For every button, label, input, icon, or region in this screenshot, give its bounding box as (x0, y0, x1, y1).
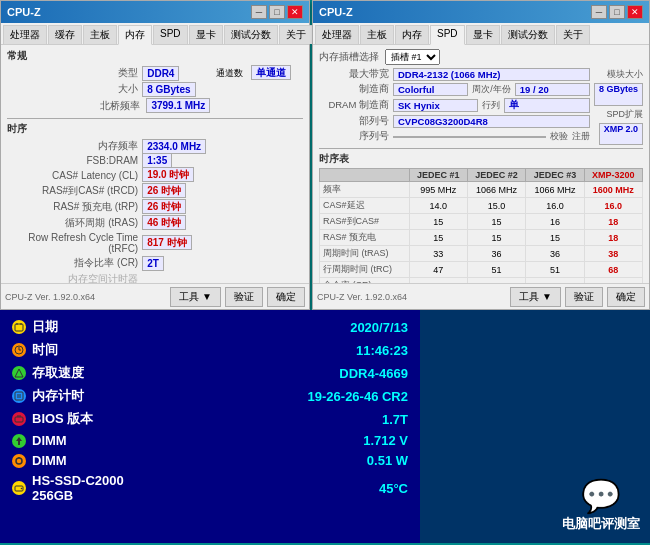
content-right: 内存插槽选择 插槽 #1 最大带宽 DDR4-2132 (1066 MHz) 制… (313, 45, 649, 283)
date-label: 日期 (32, 318, 132, 336)
freq-row: 频率 995 MHz 1066 MHz 1066 MHz 1600 MHz (320, 182, 643, 198)
svg-point-13 (16, 458, 22, 464)
tab-spd-left[interactable]: SPD (153, 25, 188, 44)
dimm-v-icon (12, 434, 26, 448)
speed-label: 存取速度 (32, 364, 132, 382)
section-general: 常规 (7, 49, 303, 63)
type-value: DDR4 (142, 66, 179, 81)
maximize-btn-left[interactable]: □ (269, 5, 285, 19)
bios-value: 1.7T (138, 412, 408, 427)
mfr-value: Colorful (393, 83, 468, 96)
dimm-v-label: DIMM (32, 433, 132, 448)
timing-value: 19-26-26-46 CR2 (138, 389, 408, 404)
trcd-value: 26 时钟 (142, 183, 186, 198)
section-timings: 时序 (7, 122, 303, 136)
tab-processor-left[interactable]: 处理器 (3, 25, 47, 44)
ssd-temp-value: 45°C (138, 481, 408, 496)
serial-value (393, 136, 546, 138)
date-row: 日期 2020/7/13 (12, 318, 408, 336)
tab-processor-right[interactable]: 处理器 (315, 25, 359, 44)
cas-row: CAS#延迟 14.0 15.0 16.0 16.0 (320, 198, 643, 214)
ssd-label: HS-SSD-C2000 256GB (32, 473, 132, 503)
ok-btn-right[interactable]: 确定 (607, 287, 645, 307)
tab-cache-left[interactable]: 缓存 (48, 25, 82, 44)
tools-btn-left[interactable]: 工具 ▼ (170, 287, 221, 307)
dimm-power-row: DIMM 0.51 W (12, 453, 408, 468)
cl-value: 19.0 时钟 (142, 167, 194, 182)
cpuz-window-right: CPU-Z ─ □ ✕ 处理器 主板 内存 SPD 显卡 测试分数 关于 内存插… (312, 0, 650, 310)
spd-part-row: 部列号 CVPC08G3200D4R8 (319, 115, 590, 128)
max-bw-value: DDR4-2132 (1066 MHz) (393, 68, 590, 81)
general-table-left: 类型 DDR4 通道数 单通道 大小 8 GBytes 北桥频率 3799.1 … (7, 65, 303, 115)
tools-btn-right[interactable]: 工具 ▼ (510, 287, 561, 307)
info-panel: 日期 2020/7/13 时间 11:46:23 存取速度 DDR4-4669 … (0, 310, 420, 543)
footer-right: CPU-Z Ver. 1.92.0.x64 工具 ▼ 验证 确定 (313, 283, 649, 309)
window-title-right: CPU-Z (319, 6, 353, 18)
rows-value: 单 (504, 98, 589, 113)
tab-score-right[interactable]: 测试分数 (501, 25, 555, 44)
dimm-p-label: DIMM (32, 453, 132, 468)
svg-marker-6 (15, 369, 23, 377)
tab-memory-right[interactable]: 内存 (395, 25, 429, 44)
timings-table-title: 时序表 (319, 152, 643, 166)
svg-rect-10 (15, 417, 23, 422)
watermark-icon: 💬 (562, 477, 640, 515)
nb-freq-label: 北桥频率 (100, 100, 140, 111)
tab-about-left[interactable]: 关于 (279, 25, 313, 44)
dram-mfr-value: SK Hynix (393, 99, 478, 112)
watermark: 💬 电脑吧评测室 (562, 477, 640, 533)
slot-dropdown[interactable]: 插槽 #1 (385, 49, 440, 65)
size-value: 8 GBytes (142, 82, 195, 97)
verify-btn-right[interactable]: 验证 (565, 287, 603, 307)
tab-spd-right[interactable]: SPD (430, 25, 465, 45)
tab-gpu-left[interactable]: 显卡 (189, 25, 223, 44)
minimize-btn-right[interactable]: ─ (591, 5, 607, 19)
tab-bar-left: 处理器 缓存 主板 内存 SPD 显卡 测试分数 关于 (1, 23, 309, 45)
dimm-v-value: 1.712 V (138, 433, 408, 448)
tab-gpu-right[interactable]: 显卡 (466, 25, 500, 44)
svg-point-16 (21, 488, 23, 490)
maximize-btn-right[interactable]: □ (609, 5, 625, 19)
time-row: 时间 11:46:23 (12, 341, 408, 359)
nb-freq-value: 3799.1 MHz (146, 98, 210, 113)
access-speed-row: 存取速度 DDR4-4669 (12, 364, 408, 382)
bios-icon (12, 412, 26, 426)
tras-value: 46 时钟 (142, 215, 186, 230)
cr-value: 2T (142, 256, 164, 271)
minimize-btn-left[interactable]: ─ (251, 5, 267, 19)
channel-label: 通道数 (211, 65, 249, 81)
tab-score-left[interactable]: 测试分数 (224, 25, 278, 44)
right-decoration: 💬 电脑吧评测室 (420, 310, 650, 543)
close-btn-right[interactable]: ✕ (627, 5, 643, 19)
fsb-dram-value: 1:35 (142, 153, 172, 168)
version-left: CPU-Z Ver. 1.92.0.x64 (5, 292, 95, 302)
spd-type-row: 最大带宽 DDR4-2132 (1066 MHz) (319, 68, 590, 81)
spd-serial-row: 序列号 校验 注册 (319, 130, 590, 143)
titlebar-right: CPU-Z ─ □ ✕ (313, 1, 649, 23)
window-controls-right: ─ □ ✕ (591, 5, 643, 19)
tab-mainboard-right[interactable]: 主板 (360, 25, 394, 44)
tab-bar-right: 处理器 主板 内存 SPD 显卡 测试分数 关于 (313, 23, 649, 45)
mem-freq-value: 2334.0 MHz (142, 139, 206, 154)
time-icon (12, 343, 26, 357)
ok-btn-left[interactable]: 确定 (267, 287, 305, 307)
mem-timing-row: 内存计时 19-26-26-46 CR2 (12, 387, 408, 405)
close-btn-left[interactable]: ✕ (287, 5, 303, 19)
week-year-value: 19 / 20 (515, 83, 590, 96)
content-left: 常规 类型 DDR4 通道数 单通道 大小 8 GBytes 北桥频率 3799… (1, 45, 309, 283)
svg-rect-0 (15, 324, 23, 331)
dimm-p-value: 0.51 W (138, 453, 408, 468)
tab-mainboard-left[interactable]: 主板 (83, 25, 117, 44)
bios-row: BIOS 版本 1.7T (12, 410, 408, 428)
slot-selector-label: 内存插槽选择 (319, 51, 379, 64)
tab-memory-left[interactable]: 内存 (118, 25, 152, 45)
spd-timings-table: JEDEC #1 JEDEC #2 JEDEC #3 XMP-3200 频率 9… (319, 168, 643, 283)
trp-value: 26 时钟 (142, 199, 186, 214)
spd-mfr-row: 制造商 Colorful 周次/年份 19 / 20 (319, 83, 590, 96)
version-right: CPU-Z Ver. 1.92.0.x64 (317, 292, 407, 302)
tab-about-right[interactable]: 关于 (556, 25, 590, 44)
verify-btn-left[interactable]: 验证 (225, 287, 263, 307)
part-value: CVPC08G3200D4R8 (393, 115, 590, 128)
date-icon (12, 320, 26, 334)
speed-icon (12, 366, 26, 380)
